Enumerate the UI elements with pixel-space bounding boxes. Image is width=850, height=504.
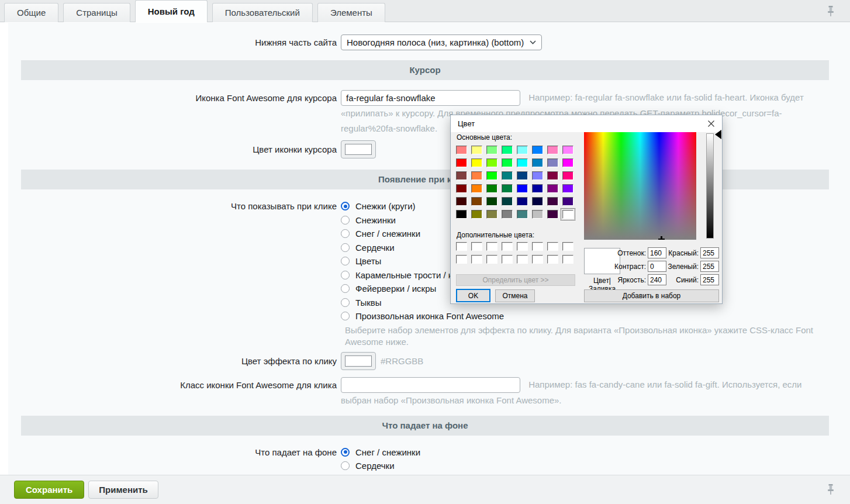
custom-color-swatch[interactable] [471,242,482,251]
custom-color-swatch[interactable] [547,255,558,264]
color-swatch[interactable] [486,184,497,193]
custom-color-swatch[interactable] [486,242,497,251]
color-swatch[interactable] [456,210,467,219]
color-swatch[interactable] [532,197,543,206]
apply-button[interactable]: Применить [88,481,158,499]
save-button[interactable]: Сохранить [14,481,84,499]
color-swatch[interactable] [471,197,482,206]
color-swatch[interactable] [562,146,573,154]
luminance-arrow[interactable] [715,130,721,139]
number-input[interactable] [700,261,719,272]
color-swatch[interactable] [532,158,543,167]
color-cursor-marker[interactable] [658,236,665,240]
number-input[interactable] [700,247,719,258]
radio-option[interactable]: Произвольная иконка Font Awesome [341,309,504,323]
color-swatch[interactable] [456,158,467,167]
color-swatch[interactable] [456,184,467,193]
radio-icon[interactable] [341,461,350,470]
color-swatch[interactable] [517,171,528,180]
color-swatch[interactable] [456,197,467,206]
radio-option[interactable]: Снег / снежинки [341,446,420,460]
cancel-button[interactable]: Отмена [495,289,535,302]
ok-button[interactable]: OK [456,289,490,302]
color-swatch[interactable] [532,210,543,219]
click-class-input[interactable] [341,377,520,393]
dialog-titlebar[interactable]: Цвет [451,115,722,132]
color-swatch[interactable] [502,171,513,180]
color-swatch[interactable] [562,210,573,219]
color-swatch[interactable] [532,171,543,180]
color-swatch[interactable] [471,146,482,154]
color-swatch[interactable] [502,184,513,193]
color-swatch[interactable] [502,197,513,206]
bottom-part-select[interactable]: Новогодняя полоса (низ, картинка) (botto… [341,34,542,50]
color-swatch[interactable] [486,210,497,219]
custom-color-swatch[interactable] [471,255,482,264]
tab-general[interactable]: Общие [4,3,58,22]
color-swatch[interactable] [547,210,558,219]
color-swatch[interactable] [486,171,497,180]
tab-custom[interactable]: Пользовательский [212,3,313,22]
color-swatch[interactable] [562,184,573,193]
color-swatch[interactable] [471,158,482,167]
tab-elements[interactable]: Элементы [317,3,385,22]
custom-color-swatch[interactable] [517,242,528,251]
close-icon[interactable] [707,120,715,127]
radio-option[interactable]: Сердечки [341,459,420,473]
custom-color-swatch[interactable] [502,255,513,264]
custom-color-swatch[interactable] [562,255,573,264]
radio-icon[interactable] [341,284,350,293]
color-swatch[interactable] [547,184,558,193]
custom-color-swatch[interactable] [502,242,513,251]
custom-color-swatch[interactable] [517,255,528,264]
radio-icon[interactable] [341,312,350,320]
color-swatch[interactable] [502,210,513,219]
hue-saturation-canvas[interactable] [584,132,696,240]
custom-color-swatch[interactable] [532,255,543,264]
color-swatch[interactable] [562,197,573,206]
color-swatch[interactable] [547,146,558,154]
color-swatch[interactable] [517,146,528,154]
color-swatch[interactable] [532,184,543,193]
color-swatch[interactable] [486,158,497,167]
radio-icon[interactable] [341,229,350,238]
color-swatch[interactable] [471,210,482,219]
tab-new-year[interactable]: Новый год [135,0,208,22]
radio-icon[interactable] [341,257,350,265]
pushpin-icon[interactable] [827,484,835,498]
click-color-swatch[interactable] [341,352,376,370]
tab-pages[interactable]: Страницы [63,3,130,22]
custom-color-swatch[interactable] [456,242,467,251]
color-swatch[interactable] [517,197,528,206]
color-swatch[interactable] [502,158,513,167]
color-swatch[interactable] [547,158,558,167]
custom-color-swatch[interactable] [562,242,573,251]
custom-color-swatch[interactable] [456,255,467,264]
color-swatch[interactable] [486,197,497,206]
color-swatch[interactable] [502,146,513,154]
radio-icon[interactable] [341,448,350,457]
radio-icon[interactable] [341,216,350,225]
color-swatch[interactable] [532,146,543,154]
color-swatch[interactable] [456,146,467,154]
cursor-color-swatch[interactable] [341,140,376,158]
color-swatch[interactable] [562,158,573,167]
color-swatch[interactable] [486,146,497,154]
color-swatch[interactable] [517,158,528,167]
luminance-strip[interactable] [706,133,714,239]
custom-color-swatch[interactable] [532,242,543,251]
color-swatch[interactable] [471,184,482,193]
radio-icon[interactable] [341,298,350,307]
number-input[interactable] [700,274,719,285]
color-swatch[interactable] [547,197,558,206]
custom-color-swatch[interactable] [547,242,558,251]
color-swatch[interactable] [517,210,528,219]
radio-icon[interactable] [341,243,350,252]
radio-icon[interactable] [341,271,350,279]
color-swatch[interactable] [471,171,482,180]
color-swatch[interactable] [517,184,528,193]
pushpin-icon[interactable] [827,5,835,19]
add-to-custom-button[interactable]: Добавить в набор [584,289,719,302]
radio-icon[interactable] [341,202,350,210]
color-swatch[interactable] [547,171,558,180]
